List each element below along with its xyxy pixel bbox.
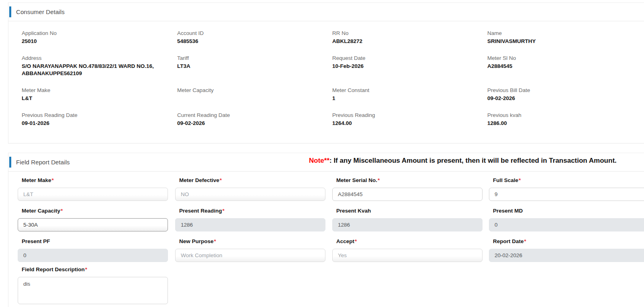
note-prefix: Note** [309, 157, 329, 164]
form-group-present-reading: Present Reading* [175, 207, 332, 231]
field-value: ABKL28272 [332, 38, 471, 45]
report-date-input [489, 249, 644, 262]
meter-make-label: Meter Make* [22, 177, 175, 184]
consumer-field-account-id: Account ID 5485536 [169, 30, 324, 55]
present-pf-input [18, 249, 168, 262]
meter-make-input [18, 188, 168, 201]
field-value: 1 [332, 95, 471, 102]
field-value: L&T [22, 95, 161, 102]
accept-input [332, 249, 482, 262]
field-value: 09-02-2026 [177, 120, 316, 127]
field-report-description-label: Field Report Description* [22, 266, 644, 273]
consumer-field-meter-make: Meter Make L&T [14, 87, 169, 112]
field-value: S/O NARAYANAPPAK NO.478/83/22/1 WARD NO.… [22, 63, 161, 77]
section-title-consumer-details: Consumer Details [16, 8, 65, 15]
form-group-full-scale: Full Scale* [489, 177, 644, 201]
required-marker: * [524, 238, 526, 244]
field-label: Name [487, 30, 636, 37]
consumer-details-body: Application No 25010 Account ID 5485536 … [8, 21, 644, 143]
form-group-meter-serial-no: Meter Serial No.* [332, 177, 489, 201]
field-report-card: Field Report Details Note**: If any Misc… [8, 153, 644, 307]
required-marker: * [223, 208, 225, 214]
miscellaneous-note: Note**: If any Miscellaneous Amount is p… [309, 157, 617, 165]
required-marker: * [61, 208, 63, 214]
field-label: RR No [332, 30, 471, 37]
note-text: : If any Miscellaneous Amount is present… [329, 157, 617, 164]
required-marker: * [85, 266, 87, 272]
field-label: Previous Reading Date [22, 112, 161, 119]
section-accent-bar [9, 157, 11, 168]
required-marker: * [220, 177, 222, 183]
required-marker: * [519, 177, 521, 183]
required-marker: * [52, 177, 54, 183]
field-value: 1264.00 [332, 120, 471, 127]
form-group-meter-capacity: Meter Capacity* [18, 207, 175, 231]
field-value: LT3A [177, 63, 316, 70]
meter-defective-label: Meter Defective* [179, 177, 332, 184]
new-purpose-input [175, 249, 325, 262]
meter-serial-no-input[interactable] [332, 188, 482, 201]
form-group-field-report-description: Field Report Description* dis [18, 266, 644, 304]
field-label: Previous Reading [332, 112, 471, 119]
full-scale-label: Full Scale* [493, 177, 644, 184]
field-label: Meter Capacity [177, 87, 316, 94]
field-report-description-textarea[interactable]: dis [18, 277, 168, 304]
required-marker: * [378, 177, 380, 183]
field-report-header: Field Report Details Note**: If any Misc… [8, 153, 644, 172]
present-reading-label: Present Reading* [179, 207, 332, 214]
consumer-field-application-no: Application No 25010 [14, 30, 169, 55]
consumer-field-name: Name SRINIVASMURTHY [479, 30, 644, 55]
consumer-field-rr-no: RR No ABKL28272 [324, 30, 479, 55]
consumer-details-card: Consumer Details Application No 25010 Ac… [8, 2, 644, 143]
field-label: Current Reading Date [177, 112, 316, 119]
present-reading-input [175, 218, 325, 231]
form-group-present-kvah: Present Kvah [332, 207, 489, 231]
consumer-field-address: Address S/O NARAYANAPPAK NO.478/83/22/1 … [14, 55, 169, 87]
field-label: Application No [22, 30, 161, 37]
form-group-meter-make: Meter Make* [18, 177, 175, 201]
present-kvah-label: Present Kvah [336, 207, 489, 214]
consumer-details-grid: Application No 25010 Account ID 5485536 … [14, 30, 644, 137]
present-md-label: Present MD [493, 207, 644, 214]
section-title-field-report: Field Report Details [16, 159, 70, 166]
consumer-field-meter-capacity: Meter Capacity [169, 87, 324, 112]
consumer-details-header: Consumer Details [8, 3, 644, 21]
form-group-new-purpose: New Purpose* [175, 238, 332, 262]
field-value: 10-Feb-2026 [332, 63, 471, 70]
consumer-field-previous-reading-date: Previous Reading Date 09-01-2026 [14, 112, 169, 137]
present-kvah-input [332, 218, 482, 231]
present-pf-label: Present PF [22, 238, 175, 245]
consumer-field-previous-kvah: Previous kvah 1286.00 [479, 112, 644, 137]
field-value: 25010 [22, 38, 161, 45]
field-label: Tariff [177, 55, 316, 61]
field-label: Address [22, 55, 161, 61]
consumer-field-meter-constant: Meter Constant 1 [324, 87, 479, 112]
accept-label: Accept* [336, 238, 489, 245]
required-marker: * [355, 238, 357, 244]
new-purpose-label: New Purpose* [179, 238, 332, 245]
full-scale-input[interactable] [489, 188, 644, 201]
form-group-present-md: Present MD [489, 207, 644, 231]
field-label: Meter Sl No [487, 55, 636, 61]
present-md-input [489, 218, 644, 231]
field-label: Meter Make [22, 87, 161, 94]
form-group-report-date: Report Date* [489, 238, 644, 262]
section-accent-bar [9, 6, 11, 17]
consumer-field-request-date: Request Date 10-Feb-2026 [324, 55, 479, 87]
meter-serial-no-label: Meter Serial No.* [336, 177, 489, 184]
field-value: 09-02-2026 [487, 95, 628, 102]
field-label: Previous kvah [487, 112, 636, 119]
field-value: A2884545 [487, 63, 628, 70]
meter-capacity-input[interactable] [18, 218, 168, 231]
field-label: Request Date [332, 55, 471, 61]
field-label: Meter Constant [332, 87, 471, 94]
field-value: 1286.00 [487, 120, 628, 127]
form-group-present-pf: Present PF [18, 238, 175, 262]
field-label: Account ID [177, 30, 316, 37]
consumer-field-previous-bill-date: Previous Bill Date 09-02-2026 [479, 87, 644, 112]
consumer-field-tariff: Tariff LT3A [169, 55, 324, 87]
field-label: Previous Bill Date [487, 87, 636, 94]
consumer-field-previous-reading: Previous Reading 1264.00 [324, 112, 479, 137]
consumer-field-meter-sl-no: Meter Sl No A2884545 [479, 55, 644, 87]
field-report-grid: Meter Make* Meter Defective* Meter Seria… [18, 177, 644, 268]
